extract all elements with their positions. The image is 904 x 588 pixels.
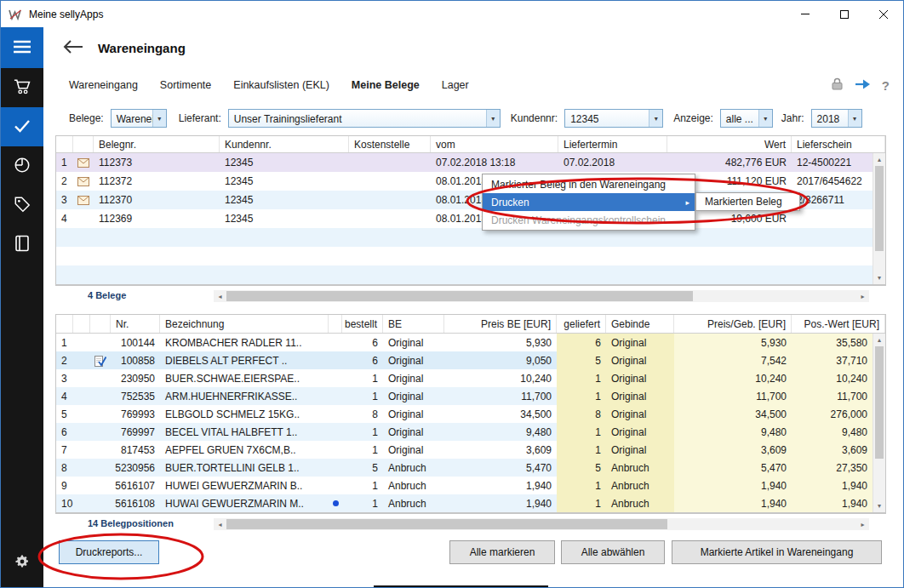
help-icon[interactable]: ? [882,78,890,93]
markierte-artikel-button[interactable]: Markierte Artikel in Wareneingang [672,540,882,564]
forward-arrow-icon[interactable] [854,78,871,93]
select-cell [73,477,90,494]
column-header[interactable] [73,315,90,333]
document-row[interactable]: 41123691234508.01.201819,600 EUR [56,209,873,228]
sidebar-menu-button[interactable] [1,27,43,68]
sidebar-item-settings[interactable] [1,543,43,582]
column-header[interactable]: Gebinde [606,315,674,333]
sidebar-item-tasks[interactable] [1,107,43,146]
scroll-left-icon[interactable]: ◂ [214,521,226,528]
positions-vertical-scrollbar[interactable]: ▴ ▾ [873,334,885,512]
cell-artikelnr: 5230956 [111,459,160,477]
column-header[interactable]: Pos.-Wert [EUR] [792,315,885,333]
position-row[interactable]: 85230956BUER.TORTELLINI GELB 1..5Anbruch… [56,459,873,477]
back-button[interactable] [62,39,84,57]
scroll-right-icon[interactable]: ▸ [856,293,869,300]
tab-meine-belege[interactable]: Meine Belege [352,79,420,91]
position-row[interactable]: 2100858DIEBELS ALT PERFECT ..6Original9,… [56,351,873,369]
scroll-right-icon[interactable]: ▸ [856,521,869,528]
column-header[interactable] [56,136,73,152]
documents-horizontal-scrollbar[interactable]: ◂ ▸ [214,290,869,302]
menu-item-markierter-beleg[interactable]: Markierter Beleg in den Wareneingang [483,175,695,193]
scroll-up-icon[interactable]: ▴ [873,334,885,346]
scrollbar-thumb[interactable] [875,346,884,459]
submenu-item-markierten-beleg[interactable]: Markierten Beleg [696,193,799,210]
cell-preis-geb: 5,470 [674,459,792,477]
cell-be: Original [383,351,444,369]
column-header[interactable] [90,315,111,333]
cell-bestellt: 1 [342,423,383,441]
lieferant-dropdown[interactable]: Unser Trainingslieferant ▾ [228,109,501,128]
status-dot [329,423,342,441]
anzeige-dropdown[interactable]: alle ... ▾ [720,109,773,128]
row-number: 2 [56,172,73,191]
cell-gebinde: Original [606,369,674,387]
book-icon [14,235,30,254]
column-header[interactable]: Preis/Geb. [EUR] [674,315,792,333]
close-button[interactable] [864,1,903,27]
tab-wareneingang[interactable]: Wareneingang [69,79,138,91]
position-row[interactable]: 95616107HUWEI GEWUERZMARIN B..1Anbruch1,… [56,477,873,494]
menu-item-kontrollschein[interactable]: Drucken Wareneingangskontrollschein [483,211,695,229]
cell-bezeichnung: BECEL VITAL HALBFETT 1.. [160,423,329,441]
column-header[interactable] [73,136,94,152]
column-header[interactable] [56,315,73,333]
row-number: 2 [56,351,73,369]
row-number: 1 [56,153,73,172]
minimize-button[interactable] [786,1,825,27]
kundennr-label: Kundennr: [511,112,558,124]
position-row[interactable]: 3230950BUER.SCHWAE.EIERSPAE..1Original10… [56,369,873,387]
document-row[interactable]: 21123721234508.01.2018111,120 EUR2017/64… [56,172,873,191]
column-header[interactable]: Kundennr. [220,136,349,152]
column-header[interactable]: Lieferschein [792,136,885,152]
column-header[interactable]: Wert [667,136,792,152]
position-row[interactable]: 4752535ARM.HUEHNERFRIKASSE..1Original11,… [56,387,873,405]
column-header[interactable]: Preis BE [EUR] [444,315,557,333]
column-header[interactable]: Bezeichnung [160,315,329,333]
column-header[interactable]: Liefertermin [558,136,667,152]
belege-label: Belege: [69,112,104,124]
position-row[interactable]: 1100144KROMBACHER RADLER 11..6Original5,… [56,334,873,351]
column-header[interactable]: Kostenstelle [349,136,431,152]
lock-icon[interactable] [832,77,843,93]
column-header[interactable]: Belegnr. [94,136,220,152]
menu-item-drucken[interactable]: Drucken ▸ [483,193,695,211]
belege-dropdown[interactable]: Warenein... ▾ [111,109,167,128]
scroll-left-icon[interactable]: ◂ [214,293,226,300]
positions-horizontal-scrollbar[interactable]: ◂ ▸ [214,518,869,530]
tab-sortimente[interactable]: Sortimente [160,79,211,91]
sidebar-item-journal[interactable] [1,225,43,264]
alle-abwaehlen-button[interactable]: Alle abwählen [561,540,665,564]
druckreports-button[interactable]: Druckreports... [59,540,159,564]
documents-vertical-scrollbar[interactable]: ▴ ▾ [873,153,885,284]
column-header[interactable]: BE [383,315,444,333]
column-header[interactable] [329,315,342,333]
kundennr-dropdown[interactable]: 12345 ▾ [564,109,663,128]
document-row[interactable]: 11123731234507.02.2018 13:1807.02.201848… [56,153,873,172]
scrollbar-thumb[interactable] [226,519,667,529]
position-row[interactable]: 6769997BECEL VITAL HALBFETT 1..1Original… [56,423,873,441]
position-row[interactable]: 7817453AEPFEL GRUEN 7X6CM,B..1Original3,… [56,441,873,459]
position-row[interactable]: 5769993ELBGOLD SCHMELZ 15KG..8Original34… [56,405,873,423]
sidebar-item-statistics[interactable] [1,146,43,186]
scroll-down-icon[interactable]: ▾ [873,500,885,512]
jahr-dropdown[interactable]: 2018 ▾ [811,109,862,128]
alle-markieren-button[interactable]: Alle markieren [449,540,555,564]
cell-bestellt: 8 [342,405,383,423]
column-header[interactable]: Nr. [111,315,160,333]
sidebar-item-cart[interactable] [1,68,43,107]
cell-belegnr: 112370 [94,191,220,209]
tab-lager[interactable]: Lager [442,79,469,91]
scroll-down-icon[interactable]: ▾ [873,271,885,284]
column-header[interactable]: vom [431,136,558,152]
scroll-up-icon[interactable]: ▴ [873,153,885,166]
sidebar-item-labels[interactable] [1,186,43,225]
maximize-button[interactable] [825,1,864,27]
position-row[interactable]: 105616108HUWAI GEWUERZMARIN M..1Anbruch1… [56,494,873,512]
scrollbar-thumb[interactable] [875,166,884,251]
scrollbar-thumb[interactable] [226,291,693,301]
column-header[interactable]: bestellt [342,315,383,333]
cell-kundennr: 12345 [220,172,349,191]
column-header[interactable]: geliefert [557,315,606,333]
tab-einkaufslisten[interactable]: Einkaufslisten (EKL) [233,79,329,91]
